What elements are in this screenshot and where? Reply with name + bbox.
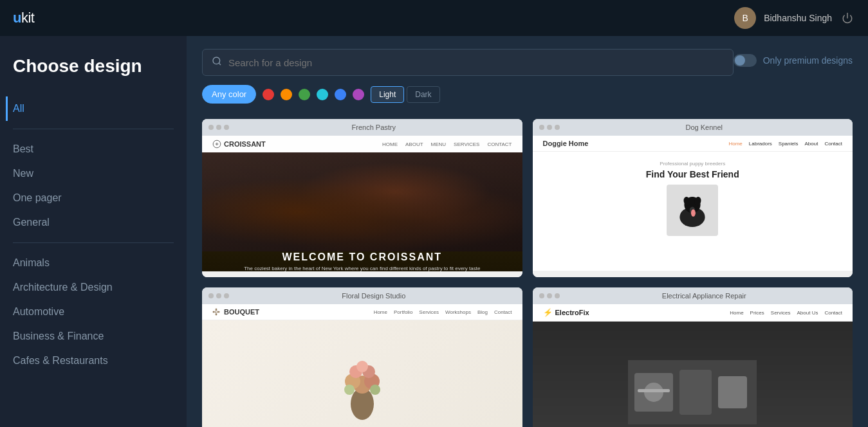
svg-rect-29 [718, 376, 747, 408]
dot-2 [216, 293, 221, 298]
design-card-floral[interactable]: Floral Design Studio BOUQUET Home Portfo… [202, 287, 522, 427]
fp-logo: CROISSANT [212, 140, 266, 149]
dk-link-labradors: Labradors [749, 141, 772, 147]
fp-link-menu: MENU [431, 141, 447, 147]
premium-toggle-area: Only premium designs [734, 49, 853, 67]
logo[interactable]: ukit [13, 10, 34, 26]
content-area: Any color Light Dark Only premium design… [187, 36, 868, 427]
dk-logo: Doggie Home [543, 140, 589, 147]
any-color-button[interactable]: Any color [202, 85, 256, 104]
dot-3 [224, 125, 229, 130]
dot-3 [224, 293, 229, 298]
el-nav: ⚡ ElectroFix Home Prices Services About … [533, 304, 853, 322]
purple-color-filter[interactable] [353, 89, 364, 100]
sidebar-item-cafes[interactable]: Cafes & Restaurants [13, 349, 174, 373]
logo-suffix: kit [21, 10, 35, 26]
logo-prefix: u [13, 10, 21, 26]
dk-body: Professional puppy breeders Find Your Be… [533, 152, 853, 271]
dk-sub: Professional puppy breeders [660, 161, 725, 167]
card-header-french-pastry: French Pastry [202, 119, 522, 136]
dk-link-spaniels: Spaniels [779, 141, 799, 147]
header: ukit B Bidhanshu Singh [0, 0, 868, 36]
red-color-filter[interactable] [263, 89, 274, 100]
dot-3 [555, 293, 560, 298]
el-link-home: Home [730, 310, 743, 316]
fp-headline: WELCOME TO CROISSANT [244, 251, 480, 263]
el-link-services: Services [771, 310, 791, 316]
premium-label: Only premium designs [763, 55, 853, 66]
fl-link-workshops: Workshops [445, 309, 471, 315]
card-header-floral: Floral Design Studio [202, 287, 522, 304]
svg-point-14 [218, 311, 219, 313]
dot-1 [208, 125, 214, 130]
sidebar-item-business[interactable]: Business & Finance [13, 324, 174, 349]
card-title-dog-kennel: Dog Kennel [562, 123, 847, 131]
fp-link-contact: CONTACT [487, 141, 512, 147]
sidebar-item-architecture[interactable]: Architecture & Design [13, 275, 174, 300]
fp-nav-links: HOME ABOUT MENU SERVICES CONTACT [382, 141, 512, 147]
avatar: B [734, 7, 756, 29]
sidebar-item-best[interactable]: Best [13, 137, 174, 161]
card-preview-electrical: ⚡ ElectroFix Home Prices Services About … [533, 304, 853, 427]
card-header-electrical: Electrical Appliance Repair [533, 287, 853, 304]
orange-color-filter[interactable] [281, 89, 292, 100]
sidebar-item-automotive[interactable]: Automotive [13, 300, 174, 324]
fp-text: WELCOME TO CROISSANT The coziest bakery … [244, 251, 480, 271]
search-filters: Any color Light Dark [202, 49, 734, 119]
premium-toggle[interactable] [734, 54, 757, 67]
power-icon[interactable] [840, 10, 855, 26]
fp-link-about: ABOUT [405, 141, 423, 147]
search-bar [202, 49, 734, 76]
light-mode-button[interactable]: Light [371, 86, 404, 103]
fp-body: WELCOME TO CROISSANT The coziest bakery … [202, 152, 522, 271]
svg-point-25 [370, 385, 380, 395]
el-body [533, 322, 853, 427]
svg-point-12 [215, 311, 217, 313]
card-title-floral: Floral Design Studio [232, 292, 516, 300]
dk-dog-image [667, 185, 718, 236]
divider-top [13, 129, 174, 129]
fl-body [202, 320, 522, 427]
dk-link-contact: Contact [824, 141, 842, 147]
top-controls: Any color Light Dark Only premium design… [202, 49, 853, 119]
dark-mode-button[interactable]: Dark [407, 86, 439, 103]
fl-link-services: Services [419, 309, 439, 315]
el-link-prices: Prices [750, 310, 764, 316]
header-right: B Bidhanshu Singh [734, 7, 855, 29]
svg-point-16 [213, 311, 214, 313]
dot-3 [555, 125, 560, 130]
filters-row: Any color Light Dark [202, 85, 734, 104]
design-grid: French Pastry CROISSANT HOME ABOUT MENU … [202, 119, 853, 427]
el-logo-icon: ⚡ [543, 308, 553, 317]
svg-point-24 [344, 385, 355, 395]
divider-bottom [13, 242, 174, 243]
blue-color-filter[interactable] [335, 89, 346, 100]
fl-nav-links: Home Portfolio Services Workshops Blog C… [374, 309, 512, 315]
svg-rect-28 [679, 370, 712, 415]
design-card-french-pastry[interactable]: French Pastry CROISSANT HOME ABOUT MENU … [202, 119, 522, 277]
dot-1 [539, 293, 544, 298]
el-logo: ⚡ ElectroFix [543, 308, 589, 317]
card-preview-french-pastry: CROISSANT HOME ABOUT MENU SERVICES CONTA… [202, 136, 522, 277]
dk-link-about: About [805, 141, 818, 147]
svg-point-1 [213, 57, 220, 64]
sidebar-item-animals[interactable]: Animals [13, 251, 174, 275]
el-link-contact: Contact [824, 310, 842, 316]
fl-link-home: Home [374, 309, 387, 315]
design-card-electrical[interactable]: Electrical Appliance Repair ⚡ ElectroFix… [533, 287, 853, 427]
green-color-filter[interactable] [299, 89, 310, 100]
teal-color-filter[interactable] [317, 89, 328, 100]
sidebar-item-all[interactable]: All [6, 96, 174, 121]
dot-2 [547, 293, 552, 298]
search-input[interactable] [228, 57, 724, 68]
design-card-dog-kennel[interactable]: Dog Kennel Doggie Home Home Labradors Sp… [533, 119, 853, 277]
sidebar-item-new[interactable]: New [13, 161, 174, 186]
search-icon [212, 56, 222, 69]
svg-line-2 [219, 63, 221, 65]
fl-link-blog: Blog [477, 309, 488, 315]
sidebar-item-general[interactable]: General [13, 210, 174, 235]
main-layout: Choose design All Best New One pager Gen… [0, 36, 868, 427]
fp-link-services: SERVICES [454, 141, 479, 147]
dot-1 [208, 293, 214, 298]
sidebar-item-one-pager[interactable]: One pager [13, 186, 174, 210]
